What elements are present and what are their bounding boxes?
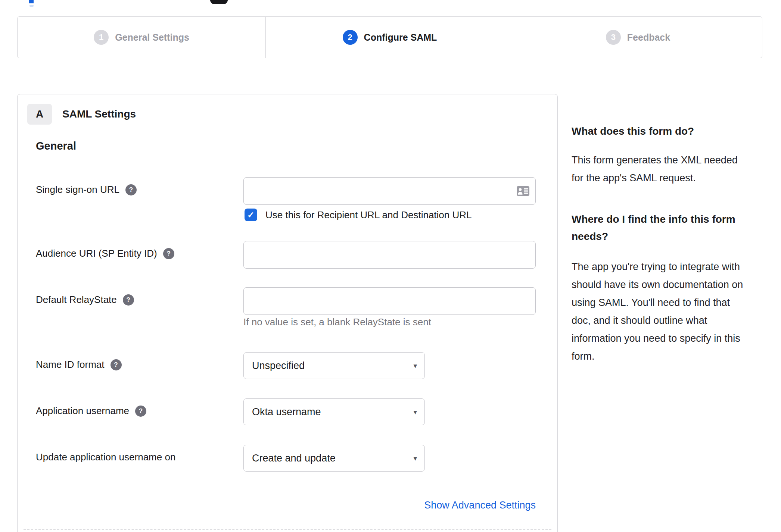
help-heading-line: Where do I find the info this form <box>572 211 759 228</box>
audience-uri-label: Audience URI (SP Entity ID) ? <box>36 248 174 259</box>
field-label-text: Name ID format <box>36 359 105 370</box>
help-text-line: for the app's SAML request. <box>572 169 759 187</box>
field-label-text: Audience URI (SP Entity ID) <box>36 248 157 259</box>
help-heading-line: needs? <box>572 228 759 245</box>
wizard-step-general-settings[interactable]: 1 General Settings <box>18 17 265 58</box>
cutoff-blue-fragment <box>29 0 34 3</box>
help-heading-1: What does this form do? <box>572 123 759 140</box>
section-title: SAML Settings <box>62 104 136 125</box>
recipient-url-checkbox-label[interactable]: Use this for Recipient URL and Destinati… <box>265 209 472 221</box>
general-group-heading: General <box>36 140 76 152</box>
relaystate-helper-text: If no value is set, a blank RelayState i… <box>243 316 431 328</box>
step-number-badge: 3 <box>606 30 621 45</box>
step-label: Feedback <box>627 32 670 43</box>
saml-settings-panel: A SAML Settings General Single sign-on U… <box>17 94 558 532</box>
wizard-step-feedback[interactable]: 3 Feedback <box>514 17 762 58</box>
update-app-username-select[interactable]: Create and update ▾ <box>243 445 425 472</box>
help-text-line: information you need to specify in this <box>572 329 759 347</box>
step-wizard: 1 General Settings 2 Configure SAML 3 Fe… <box>17 16 762 58</box>
recipient-url-checkbox[interactable]: ✓ <box>245 209 257 221</box>
form-help-sidebar: What does this form do? This form genera… <box>572 123 759 365</box>
help-icon[interactable]: ? <box>125 184 137 195</box>
help-text-line: form. <box>572 347 759 365</box>
field-label-text: Application username <box>36 405 129 417</box>
help-text-line: using SAML. You'll need to find that <box>572 294 759 312</box>
name-id-format-label: Name ID format ? <box>36 359 122 370</box>
wizard-step-configure-saml[interactable]: 2 Configure SAML <box>265 17 514 58</box>
select-value: Unspecified <box>244 360 305 372</box>
update-app-username-label: Update application username on <box>36 451 175 463</box>
default-relaystate-label: Default RelayState ? <box>36 294 134 306</box>
cutoff-heading-fragment <box>210 0 228 4</box>
help-icon[interactable]: ? <box>111 359 122 370</box>
help-icon[interactable]: ? <box>123 294 134 306</box>
default-relaystate-input[interactable] <box>243 287 536 315</box>
select-value: Create and update <box>244 453 336 464</box>
sso-url-input[interactable] <box>243 177 536 205</box>
help-paragraph-1: This form generates the XML needed for t… <box>572 151 759 187</box>
help-icon[interactable]: ? <box>135 406 146 417</box>
audience-uri-input[interactable] <box>243 241 536 269</box>
help-text-line: should have its own documentation on <box>572 276 759 294</box>
name-id-format-select[interactable]: Unspecified ▾ <box>243 352 425 379</box>
help-heading-2: Where do I find the info this form needs… <box>572 211 759 245</box>
application-username-select[interactable]: Okta username ▾ <box>243 398 425 425</box>
application-username-label: Application username ? <box>36 405 146 417</box>
field-label-text: Default RelayState <box>36 294 117 306</box>
chevron-down-icon: ▾ <box>413 454 417 463</box>
field-label-text: Single sign-on URL <box>36 184 119 195</box>
field-label-text: Update application username on <box>36 451 175 463</box>
show-advanced-settings-link[interactable]: Show Advanced Settings <box>424 500 536 511</box>
cutoff-blue-fragment-light <box>29 5 34 7</box>
help-paragraph-2: The app you're trying to integrate with … <box>572 258 759 365</box>
help-text-line: doc, and it should outline what <box>572 312 759 329</box>
chevron-down-icon: ▾ <box>413 408 417 416</box>
chevron-down-icon: ▾ <box>413 362 417 370</box>
step-number-badge: 2 <box>343 30 358 45</box>
recipient-url-checkbox-row: ✓ Use this for Recipient URL and Destina… <box>18 209 557 222</box>
sso-url-label: Single sign-on URL ? <box>36 184 137 195</box>
checkmark-icon: ✓ <box>247 210 254 220</box>
step-label: General Settings <box>115 32 189 43</box>
contact-card-icon[interactable] <box>516 186 530 196</box>
dashed-section-divider <box>24 529 551 530</box>
help-text-line: The app you're trying to integrate with <box>572 258 759 276</box>
step-label: Configure SAML <box>364 32 437 43</box>
select-value: Okta username <box>244 406 321 418</box>
help-icon[interactable]: ? <box>163 248 174 259</box>
step-number-badge: 1 <box>94 30 109 45</box>
section-a-badge: A <box>27 104 52 125</box>
help-text-line: This form generates the XML needed <box>572 151 759 169</box>
